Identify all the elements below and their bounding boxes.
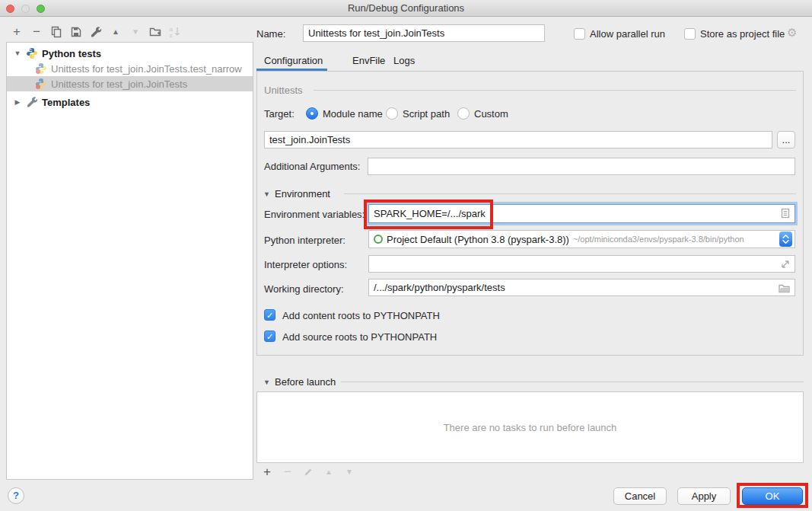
configurations-toolbar: + − ▲ ▼ az <box>11 23 181 41</box>
save-configuration-icon[interactable] <box>70 26 82 38</box>
python-icon <box>26 47 38 59</box>
dropdown-stepper-icon[interactable] <box>779 232 792 247</box>
sort-configurations-icon[interactable]: az <box>169 26 181 38</box>
target-script-path-label: Script path <box>403 108 450 120</box>
environment-variables-input[interactable]: SPARK_HOME=/.../spark <box>368 204 795 223</box>
tree-item-unittests-jointests[interactable]: Unittests for test_join.JoinTests <box>7 76 253 91</box>
tree-item-unittests-test-narrow[interactable]: Unittests for test_join.JoinTests.test_n… <box>7 61 253 76</box>
python-test-icon <box>35 62 47 75</box>
store-as-project-file-checkbox[interactable] <box>684 28 696 40</box>
interpreter-options-input[interactable] <box>368 255 795 273</box>
add-content-roots-checkbox[interactable]: ✓ <box>264 309 275 321</box>
store-options-gear-icon[interactable]: ⚙ <box>787 26 797 40</box>
chevron-down-icon[interactable]: ▼ <box>13 50 22 57</box>
cancel-button[interactable]: Cancel <box>613 487 667 505</box>
working-directory-input[interactable] <box>368 279 795 296</box>
target-module-name-label: Module name <box>323 108 383 120</box>
additional-arguments-label: Additional Arguments: <box>264 161 360 172</box>
edit-templates-icon[interactable] <box>90 26 102 38</box>
environment-variables-label: Environment variables: <box>264 209 365 220</box>
before-launch-section-label: Before launch <box>275 376 336 388</box>
python-interpreter-value: Project Default (Python 3.8 (pyspark-3.8… <box>387 234 569 245</box>
tree-item-label: Templates <box>42 97 90 108</box>
environment-group-divider <box>344 193 796 194</box>
tab-configuration[interactable]: Configuration <box>264 55 323 66</box>
tree-item-label: Python tests <box>42 48 101 59</box>
unittests-group-label: Unittests <box>264 85 303 96</box>
module-name-input[interactable] <box>264 131 772 149</box>
before-launch-toolbar: + − ▲ ▼ <box>261 465 355 480</box>
allow-parallel-run-label: Allow parallel run <box>590 28 665 40</box>
target-custom-radio[interactable] <box>457 107 470 120</box>
add-source-roots-label: Add source roots to PYTHONPATH <box>282 331 437 343</box>
new-folder-icon[interactable] <box>149 26 161 38</box>
allow-parallel-run-checkbox[interactable] <box>574 28 585 40</box>
python-test-icon <box>35 78 47 90</box>
copy-configuration-icon[interactable] <box>50 26 62 38</box>
environment-collapse-icon[interactable]: ▼ <box>263 190 270 198</box>
working-directory-label: Working directory: <box>264 283 344 295</box>
tree-group-templates[interactable]: ▶ Templates <box>7 94 253 110</box>
python-interpreter-path: ~/opt/miniconda3/envs/pyspark-3.8/bin/py… <box>573 235 775 244</box>
interpreter-options-label: Interpreter options: <box>264 259 347 270</box>
tree-item-label: Unittests for test_join.JoinTests.test_n… <box>51 63 242 75</box>
edit-env-vars-list-icon[interactable] <box>779 207 791 219</box>
name-label: Name: <box>256 28 285 40</box>
additional-arguments-input[interactable] <box>368 158 795 175</box>
python-interpreter-label: Python interpreter: <box>264 235 345 246</box>
target-custom-label: Custom <box>474 108 508 120</box>
move-task-up-icon[interactable]: ▲ <box>323 466 335 478</box>
run-debug-configurations-dialog: Run/Debug Configurations + − ▲ ▼ az ▼ Py <box>0 0 812 511</box>
apply-button[interactable]: Apply <box>677 487 731 505</box>
add-task-icon[interactable]: + <box>261 466 273 478</box>
before-launch-divider <box>341 382 804 382</box>
move-task-down-icon[interactable]: ▼ <box>343 466 355 478</box>
browse-module-button[interactable]: ... <box>777 131 795 149</box>
chevron-right-icon[interactable]: ▶ <box>13 98 22 106</box>
environment-variables-value: SPARK_HOME=/.../spark <box>374 208 486 219</box>
move-down-icon[interactable]: ▼ <box>129 26 142 38</box>
remove-configuration-icon[interactable]: − <box>30 26 43 38</box>
target-module-name-radio[interactable] <box>306 107 318 120</box>
unittests-group-divider <box>314 90 796 91</box>
wrench-icon <box>26 96 38 108</box>
tab-logs[interactable]: Logs <box>393 55 415 66</box>
window-title: Run/Debug Configurations <box>0 2 812 14</box>
ok-button[interactable]: OK <box>742 487 803 505</box>
browse-folder-icon[interactable] <box>778 282 790 294</box>
help-button[interactable]: ? <box>8 487 24 504</box>
conda-environment-icon <box>374 235 383 244</box>
remove-task-icon[interactable]: − <box>282 466 294 478</box>
edit-task-icon[interactable] <box>302 466 314 478</box>
environment-section-label: Environment <box>275 188 330 200</box>
title-bar: Run/Debug Configurations <box>0 0 812 17</box>
name-input[interactable] <box>303 24 545 42</box>
before-launch-tasks-panel: There are no tasks to run before launch <box>256 391 804 463</box>
tree-item-label: Unittests for test_join.JoinTests <box>51 78 187 90</box>
tree-group-python-tests[interactable]: ▼ Python tests <box>7 46 253 61</box>
store-as-project-file-label: Store as project file <box>700 28 785 40</box>
add-source-roots-checkbox[interactable]: ✓ <box>264 331 275 342</box>
svg-text:a: a <box>170 27 173 32</box>
tab-envfile[interactable]: EnvFile <box>352 55 385 66</box>
configurations-tree: ▼ Python tests Unittests for test_join.J… <box>6 42 253 480</box>
svg-text:z: z <box>170 33 173 38</box>
add-configuration-icon[interactable]: + <box>11 26 23 38</box>
expand-field-icon[interactable] <box>779 258 791 270</box>
before-launch-empty-text: There are no tasks to run before launch <box>444 422 617 433</box>
target-script-path-radio[interactable] <box>386 107 398 120</box>
move-up-icon[interactable]: ▲ <box>110 26 122 38</box>
python-interpreter-dropdown[interactable]: Project Default (Python 3.8 (pyspark-3.8… <box>368 230 795 248</box>
target-label: Target: <box>264 108 295 120</box>
add-content-roots-label: Add content roots to PYTHONPATH <box>282 310 440 321</box>
before-launch-collapse-icon[interactable]: ▼ <box>263 378 270 386</box>
